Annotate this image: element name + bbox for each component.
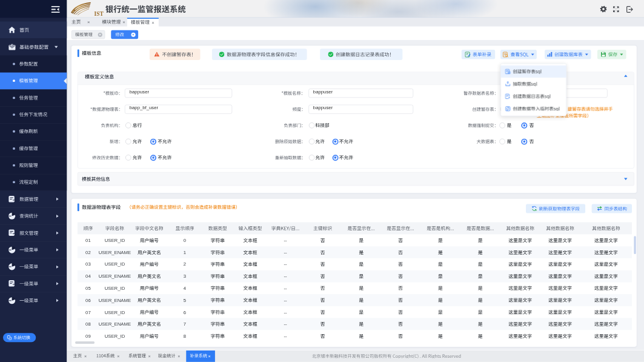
svg-text:IST: IST xyxy=(95,11,104,16)
